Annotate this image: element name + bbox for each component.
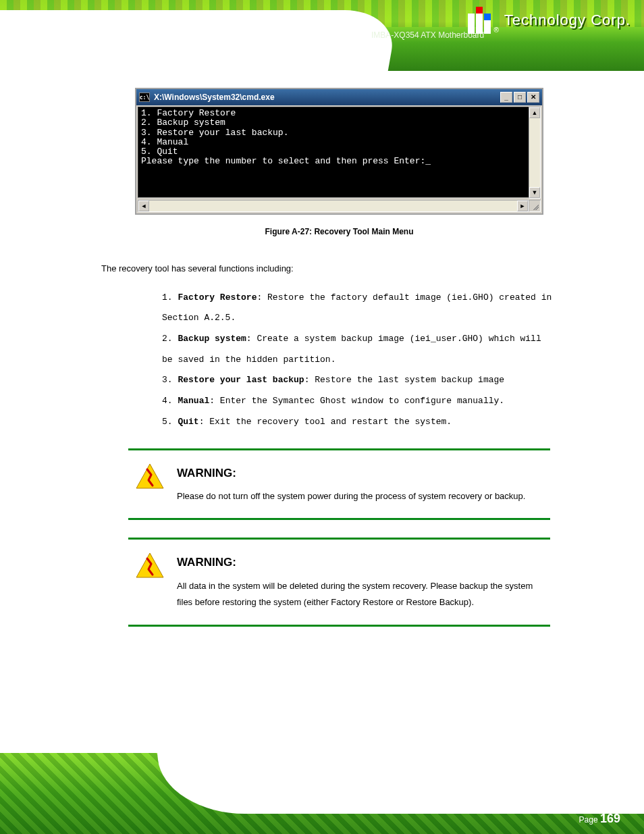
intro-paragraph: The recovery tool has several functions … [101, 261, 577, 278]
item-desc: : Restore the last system backup image [304, 375, 504, 385]
warning-title: WARNING: [177, 552, 543, 573]
item-label: Backup system [178, 334, 246, 344]
list-item: 1. Factory Restore: Restore the factory … [162, 290, 577, 307]
header-white-curve [0, 10, 399, 71]
body-text: The recovery tool has several functions … [101, 261, 577, 627]
warning-body: Please do not turn off the system power … [177, 488, 525, 505]
cmd-window-title: X:\Windows\System32\cmd.exe [154, 93, 499, 102]
list-item: 4. Manual: Enter the Symantec Ghost wind… [162, 393, 577, 410]
cmd-body-wrap: 1. Factory Restore 2. Backup system 3. R… [136, 105, 542, 213]
item-label: Manual [178, 396, 209, 406]
close-button[interactable]: ✕ [527, 92, 539, 103]
page-label: Page [579, 815, 600, 825]
warning-triangle-icon [135, 463, 165, 490]
scroll-track[interactable] [529, 118, 540, 187]
cmd-line: 5. Quit [141, 147, 178, 157]
cmd-icon: c:\ [139, 93, 150, 102]
vertical-scrollbar[interactable]: ▲ ▼ [529, 107, 541, 199]
footer-band: Page 169 [0, 753, 644, 834]
cmd-titlebar: c:\ X:\Windows\System32\cmd.exe _ □ ✕ [136, 89, 542, 105]
maximize-button[interactable]: □ [514, 92, 526, 103]
item-label: Quit [178, 417, 198, 427]
minimize-button[interactable]: _ [500, 92, 512, 103]
item-cont: be saved in the hidden partition. [162, 355, 336, 365]
warning-title: WARNING: [177, 463, 525, 484]
list-item-cont: be saved in the hidden partition. [162, 352, 577, 369]
cmd-output: 1. Factory Restore 2. Backup system 3. R… [138, 107, 541, 198]
header-band: IMBA-XQ354 ATX Motherboard ® Technology … [0, 0, 644, 71]
list-item: 2. Backup system: Create a system backup… [162, 331, 577, 348]
warning-body: All data in the system will be deleted d… [177, 578, 543, 611]
scroll-left-icon[interactable]: ◄ [138, 201, 149, 211]
horizontal-scrollbar[interactable]: ◄ ► [138, 200, 529, 212]
cmd-window: c:\ X:\Windows\System32\cmd.exe _ □ ✕ 1.… [135, 88, 543, 215]
warning-box: WARNING: Please do not turn off the syst… [128, 448, 550, 521]
scroll-track[interactable] [149, 201, 517, 211]
scroll-up-icon[interactable]: ▲ [529, 107, 540, 118]
item-desc: : Create a system backup image (iei_user… [246, 334, 541, 344]
page-value: 169 [600, 812, 620, 825]
list-item: 5. Quit: Exit the recovery tool and rest… [162, 414, 577, 431]
scroll-right-icon[interactable]: ► [517, 201, 528, 211]
list-item-cont: Section A.2.5. [162, 310, 577, 327]
cmd-line: 3. Restore your last backup. [141, 128, 288, 138]
footer-white-curve [153, 753, 644, 814]
cmd-line: 1. Factory Restore [141, 108, 236, 118]
item-number: 4. [162, 396, 173, 406]
cmd-line: 4. Manual [141, 137, 188, 147]
item-label: Restore your last backup [178, 375, 304, 385]
warning-text: WARNING: Please do not turn off the syst… [177, 463, 525, 505]
page-content: c:\ X:\Windows\System32\cmd.exe _ □ ✕ 1.… [101, 88, 577, 644]
warning-text: WARNING: All data in the system will be … [177, 552, 543, 611]
page-number: Page 169 [579, 812, 620, 826]
brand-text: Technology Corp. [504, 11, 630, 29]
item-desc: : Restore the factory default image (iei… [257, 292, 552, 303]
logo-mark-icon: ® [468, 7, 498, 34]
cmd-prompt: Please type the number to select and the… [141, 156, 431, 166]
brand-logo: ® Technology Corp. [468, 7, 630, 34]
item-number: 5. [162, 417, 173, 427]
cmd-line: 2. Backup system [141, 118, 225, 128]
warning-box: WARNING: All data in the system will be … [128, 538, 550, 627]
item-desc: : Enter the Symantec Ghost window to con… [209, 396, 504, 406]
item-number: 1. [162, 292, 173, 303]
item-number: 3. [162, 375, 173, 385]
item-label: Factory Restore [178, 292, 257, 303]
figure-caption: Figure A-27: Recovery Tool Main Menu [101, 227, 577, 236]
list-item: 3. Restore your last backup: Restore the… [162, 372, 577, 389]
warning-triangle-icon [135, 552, 165, 579]
section-ref: Section A.2.5. [162, 313, 236, 323]
resize-grip-icon[interactable] [529, 200, 541, 212]
item-number: 2. [162, 334, 173, 344]
product-name: IMBA-XQ354 ATX Motherboard [371, 30, 484, 40]
scroll-down-icon[interactable]: ▼ [529, 187, 540, 198]
item-desc: : Exit the recovery tool and restart the… [199, 417, 452, 427]
